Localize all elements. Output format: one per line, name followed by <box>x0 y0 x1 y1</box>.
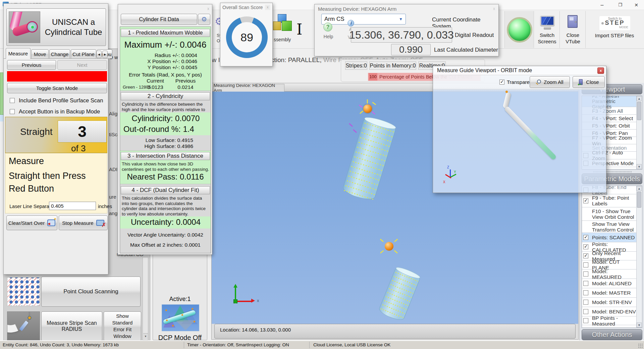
tab-cut-plane[interactable]: Cut Plane <box>71 49 96 59</box>
measuring-device-close-icon[interactable]: x <box>493 6 495 11</box>
bend-profile-checkbox[interactable] <box>10 98 15 103</box>
laser-separation-input[interactable] <box>49 202 96 210</box>
f9-checkbox[interactable] <box>583 198 588 203</box>
import-step-button[interactable]: Switch to STEP MODE Import STEP files <box>586 11 643 48</box>
uniscan-panel: UNISCAN a Cylindrical Tube Measure Move … <box>3 3 108 275</box>
cylinder-fit-data-button[interactable]: Cylinder Fit Data <box>121 14 197 25</box>
dcp-thumbnail[interactable] <box>162 304 199 331</box>
guide-close-icon[interactable]: x <box>597 67 604 74</box>
guide-tube-stub <box>502 92 511 109</box>
other-actions-button[interactable]: Other Actions <box>582 329 642 340</box>
measure-stripe-scan-button[interactable]: Measure Stripe Scan RADIUS <box>41 311 102 341</box>
help-button[interactable]: ? Help <box>319 22 337 43</box>
fragment-radius: ADIUS <box>109 166 119 172</box>
step-number: 3 <box>78 122 87 141</box>
accept-backup-checkbox[interactable] <box>10 109 15 114</box>
guide-tube-tip-dot <box>505 91 508 93</box>
tab-measure[interactable]: Measure <box>6 48 31 59</box>
close-window-button[interactable]: ✕ <box>629 0 644 10</box>
tab-move[interactable]: Move <box>31 49 49 59</box>
points-below-value: 100 <box>369 73 377 81</box>
stop-measure-icon: ✗ <box>96 220 104 226</box>
cylinder-fit-title-label: Cylinder Fit Data <box>139 16 179 22</box>
clear-start-over-button[interactable]: Clear/Start Over ◄ ✦ <box>6 215 57 230</box>
fragment-ure: ure <box>109 194 116 200</box>
list-item-bp-points[interactable]: BP Points - Measured <box>582 316 637 325</box>
model-measured-checkbox[interactable] <box>583 271 588 277</box>
list-item-f10-true-view[interactable]: F10 - Show True View Orbit Control <box>582 207 637 221</box>
points-calculated-checkbox[interactable] <box>583 244 588 249</box>
transparent-checkbox[interactable] <box>499 80 504 85</box>
guide-canvas[interactable]: Z Y X <box>433 89 606 193</box>
viewport-axis-triad: x <box>230 285 277 315</box>
dcf-section: 4 - DCF (Dual Cylinder Fit) This calcula… <box>120 184 211 253</box>
guide-axis-x-label: X <box>443 180 445 184</box>
previous-button[interactable]: Previous <box>7 60 56 70</box>
guide-title: Measure Guide Viewport - ORBIT mode <box>437 67 532 73</box>
guide-controls-row: Transparent Zoom All ↩ Close <box>433 75 606 89</box>
scroll-down-arrow[interactable]: ▼ <box>143 333 148 339</box>
location-bar: Location: 14.066, 13.030, 0.000 <box>214 324 576 339</box>
show-std-error-label: Show Standard Error Fit Window <box>104 313 141 340</box>
maximize-button[interactable]: ❐ <box>612 0 628 10</box>
wobble-header: 1 - Predicted Maximum Wobble <box>128 30 203 36</box>
scan-score-close-icon[interactable]: x <box>265 5 270 10</box>
minimize-button[interactable]: – <box>594 0 610 10</box>
cylinder-fit-settings-button[interactable]: ⚙ <box>198 14 210 25</box>
list-item-f9-point-labels[interactable]: F9 - Tube: Point Labels <box>582 194 637 207</box>
accept-backup-label: Accept Button is in Backup Mode <box>19 108 100 115</box>
show-standard-error-button[interactable]: Show Standard Error Fit Window <box>104 311 141 341</box>
tab-change[interactable]: Change <box>49 49 70 59</box>
models-list-scrollbar[interactable]: ▲ ▼ <box>636 186 642 328</box>
clear-start-over-label: Clear/Start Over <box>8 220 45 226</box>
model-bend-env-checkbox[interactable] <box>583 309 588 314</box>
bp-points-checkbox[interactable] <box>583 318 588 323</box>
tab-scroll-left[interactable]: ◀ <box>96 51 102 58</box>
model-str-env-checkbox[interactable] <box>583 300 588 305</box>
combo-dropdown-icon[interactable]: ▼ <box>399 17 403 21</box>
model-cut-plane-checkbox[interactable] <box>583 262 588 267</box>
zoom-all-button[interactable]: Zoom All <box>530 76 570 88</box>
list-item-model-measured[interactable]: Model: MEASURED <box>582 269 637 279</box>
guide-axis-triad: Z Y X <box>442 167 463 187</box>
wobble-maximum: Maximum +/-: 0.0046 <box>120 40 211 50</box>
cylinder-fit-close-icon[interactable]: x <box>207 6 209 11</box>
dcp-panel: Active:1 DCP Mode Off <box>153 248 207 340</box>
next-button[interactable]: Next <box>57 60 107 70</box>
uniscan-title: UNISCAN a Cylindrical Tube <box>42 9 105 46</box>
status-divider-2 <box>309 342 310 348</box>
close-vtube-button[interactable]: Close VTube <box>560 11 586 48</box>
model-aligned-checkbox[interactable] <box>583 281 588 286</box>
fragment-angu: angu <box>109 210 119 216</box>
list-item-model-aligned[interactable]: Model: ALIGNED <box>582 279 637 288</box>
stop-measure-button[interactable]: Stop Measure ✗ <box>59 215 108 230</box>
green-status-lamp[interactable] <box>504 11 534 48</box>
high-surface-value: High Surface: 0.4986 <box>144 143 193 149</box>
column-fragment-strip: Aligni tiSca ADIUS ure angu <box>109 99 119 287</box>
cylinder-fit-content: 1 - Predicted Maximum Wobble Maximum +/-… <box>120 27 211 253</box>
assembly-icon[interactable] <box>272 13 293 37</box>
list-item-model-master[interactable]: Model: MASTER <box>582 288 637 298</box>
viewport-list-scrollbar[interactable]: ▲ ▼ <box>636 96 642 169</box>
viewport-device-tab[interactable]: Measuring Device: HEXAGON Arm <box>213 84 284 92</box>
guide-tube-main <box>504 106 557 160</box>
bend-profile-checkbox-row[interactable]: Include Bend Profile Surface Scan <box>10 97 103 104</box>
resize-grip[interactable] <box>638 343 643 348</box>
monitor-stand <box>544 27 551 30</box>
tab-scroll-right[interactable]: ▶ <box>102 51 108 58</box>
accept-backup-checkbox-row[interactable]: Accept Button is in Backup Mode <box>10 108 100 115</box>
points-scanned-checkbox[interactable] <box>583 235 588 240</box>
model-master-checkbox[interactable] <box>583 290 588 295</box>
current-label: Current <box>147 78 164 84</box>
purple-dash-2 <box>353 129 357 133</box>
only-recent-checkbox[interactable] <box>583 253 588 258</box>
point-cloud-scanning-button[interactable]: Point Cloud Scanning <box>41 277 141 307</box>
list-item-true-view-transform[interactable]: Show True View Transform Control <box>582 221 637 233</box>
toggle-scan-mode-button[interactable]: Toggle Scan Mode <box>7 83 107 93</box>
guide-close-button[interactable]: ↩ Close <box>573 76 605 88</box>
column-scrollbar[interactable]: ▼ <box>143 257 148 340</box>
instruction-measure: Measure <box>9 156 44 166</box>
point-cloud-label: Point Cloud Scanning <box>63 288 118 295</box>
list-item-model-str-env[interactable]: Model: STR-ENV <box>582 298 637 307</box>
switch-screens-button[interactable]: Switch Screens <box>534 11 560 48</box>
